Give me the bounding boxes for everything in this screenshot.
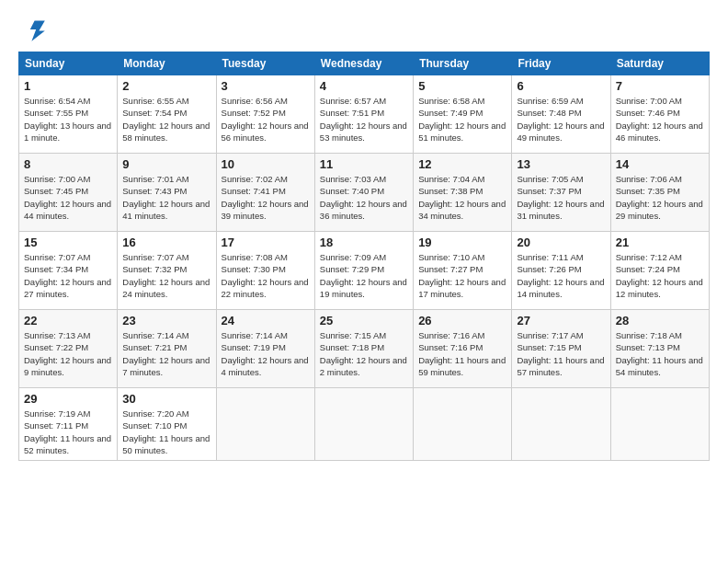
calendar-cell: 21Sunrise: 7:12 AMSunset: 7:24 PMDayligh… — [610, 232, 709, 310]
day-info: Sunrise: 7:19 AMSunset: 7:11 PMDaylight:… — [24, 408, 112, 456]
calendar-cell: 6Sunrise: 6:59 AMSunset: 7:48 PMDaylight… — [512, 75, 610, 154]
calendar-cell: 19Sunrise: 7:10 AMSunset: 7:27 PMDayligh… — [414, 232, 512, 310]
day-info: Sunrise: 7:17 AMSunset: 7:15 PMDaylight:… — [517, 329, 605, 378]
week-row-5: 29Sunrise: 7:19 AMSunset: 7:11 PMDayligh… — [19, 388, 710, 461]
calendar-header-row: SundayMondayTuesdayWednesdayThursdayFrid… — [19, 52, 710, 75]
day-number: 29 — [24, 392, 112, 406]
day-info: Sunrise: 7:13 AMSunset: 7:22 PMDaylight:… — [24, 329, 112, 378]
calendar-cell: 4Sunrise: 6:57 AMSunset: 7:51 PMDaylight… — [314, 75, 413, 154]
calendar-cell — [512, 388, 610, 461]
day-info: Sunrise: 7:16 AMSunset: 7:16 PMDaylight:… — [418, 329, 506, 378]
calendar-cell: 9Sunrise: 7:01 AMSunset: 7:43 PMDaylight… — [118, 154, 216, 232]
day-number: 14 — [616, 157, 704, 171]
day-number: 9 — [122, 157, 210, 171]
day-info: Sunrise: 7:18 AMSunset: 7:13 PMDaylight:… — [616, 329, 704, 378]
calendar-cell — [414, 388, 512, 461]
day-header-saturday: Saturday — [610, 52, 709, 75]
day-header-sunday: Sunday — [19, 52, 118, 75]
day-info: Sunrise: 6:57 AMSunset: 7:51 PMDaylight:… — [320, 95, 408, 144]
calendar-cell — [216, 388, 314, 461]
calendar-cell: 5Sunrise: 6:58 AMSunset: 7:49 PMDaylight… — [414, 75, 512, 154]
header — [18, 15, 710, 44]
calendar-cell: 27Sunrise: 7:17 AMSunset: 7:15 PMDayligh… — [512, 310, 610, 388]
calendar-cell: 30Sunrise: 7:20 AMSunset: 7:10 PMDayligh… — [118, 388, 216, 461]
calendar-cell: 1Sunrise: 6:54 AMSunset: 7:55 PMDaylight… — [19, 75, 118, 154]
calendar-cell: 26Sunrise: 7:16 AMSunset: 7:16 PMDayligh… — [414, 310, 512, 388]
day-info: Sunrise: 7:09 AMSunset: 7:29 PMDaylight:… — [320, 251, 408, 300]
day-number: 8 — [24, 157, 112, 171]
calendar-cell: 8Sunrise: 7:00 AMSunset: 7:45 PMDaylight… — [19, 154, 118, 232]
calendar-cell: 14Sunrise: 7:06 AMSunset: 7:35 PMDayligh… — [610, 154, 709, 232]
day-info: Sunrise: 7:11 AMSunset: 7:26 PMDaylight:… — [517, 251, 605, 300]
day-header-tuesday: Tuesday — [216, 52, 314, 75]
day-info: Sunrise: 7:06 AMSunset: 7:35 PMDaylight:… — [616, 173, 704, 222]
day-info: Sunrise: 7:05 AMSunset: 7:37 PMDaylight:… — [517, 173, 605, 222]
day-number: 25 — [320, 314, 408, 327]
week-row-1: 1Sunrise: 6:54 AMSunset: 7:55 PMDaylight… — [19, 75, 710, 154]
day-number: 28 — [616, 314, 704, 327]
logo — [18, 15, 51, 44]
day-number: 30 — [122, 392, 210, 406]
week-row-4: 22Sunrise: 7:13 AMSunset: 7:22 PMDayligh… — [19, 310, 710, 388]
day-info: Sunrise: 7:00 AMSunset: 7:46 PMDaylight:… — [616, 95, 704, 144]
calendar-table: SundayMondayTuesdayWednesdayThursdayFrid… — [18, 52, 710, 461]
calendar-cell: 24Sunrise: 7:14 AMSunset: 7:19 PMDayligh… — [216, 310, 314, 388]
calendar-cell: 3Sunrise: 6:56 AMSunset: 7:52 PMDaylight… — [216, 75, 314, 154]
day-info: Sunrise: 7:15 AMSunset: 7:18 PMDaylight:… — [320, 329, 408, 378]
day-number: 15 — [24, 236, 112, 249]
day-number: 23 — [122, 314, 210, 327]
day-number: 27 — [517, 314, 605, 327]
calendar-cell: 18Sunrise: 7:09 AMSunset: 7:29 PMDayligh… — [314, 232, 413, 310]
day-header-wednesday: Wednesday — [314, 52, 413, 75]
day-number: 11 — [320, 157, 408, 171]
day-info: Sunrise: 7:07 AMSunset: 7:34 PMDaylight:… — [24, 251, 112, 300]
day-info: Sunrise: 7:03 AMSunset: 7:40 PMDaylight:… — [320, 173, 408, 222]
calendar-cell: 20Sunrise: 7:11 AMSunset: 7:26 PMDayligh… — [512, 232, 610, 310]
calendar-cell — [610, 388, 709, 461]
day-number: 22 — [24, 314, 112, 327]
calendar-cell: 23Sunrise: 7:14 AMSunset: 7:21 PMDayligh… — [118, 310, 216, 388]
calendar-cell: 7Sunrise: 7:00 AMSunset: 7:46 PMDaylight… — [610, 75, 709, 154]
day-info: Sunrise: 7:04 AMSunset: 7:38 PMDaylight:… — [418, 173, 506, 222]
day-number: 16 — [122, 236, 210, 249]
day-info: Sunrise: 7:14 AMSunset: 7:21 PMDaylight:… — [122, 329, 210, 378]
day-number: 12 — [418, 157, 506, 171]
page-container: SundayMondayTuesdayWednesdayThursdayFrid… — [0, 0, 728, 470]
calendar-cell: 10Sunrise: 7:02 AMSunset: 7:41 PMDayligh… — [216, 154, 314, 232]
day-number: 6 — [517, 79, 605, 93]
day-info: Sunrise: 7:14 AMSunset: 7:19 PMDaylight:… — [222, 329, 310, 378]
calendar-cell: 15Sunrise: 7:07 AMSunset: 7:34 PMDayligh… — [19, 232, 118, 310]
svg-marker-0 — [30, 20, 45, 40]
calendar-cell: 28Sunrise: 7:18 AMSunset: 7:13 PMDayligh… — [610, 310, 709, 388]
day-info: Sunrise: 7:02 AMSunset: 7:41 PMDaylight:… — [222, 173, 310, 222]
calendar-cell: 25Sunrise: 7:15 AMSunset: 7:18 PMDayligh… — [314, 310, 413, 388]
day-number: 2 — [122, 79, 210, 93]
calendar-cell: 13Sunrise: 7:05 AMSunset: 7:37 PMDayligh… — [512, 154, 610, 232]
day-info: Sunrise: 7:01 AMSunset: 7:43 PMDaylight:… — [122, 173, 210, 222]
day-header-friday: Friday — [512, 52, 610, 75]
day-number: 26 — [418, 314, 506, 327]
day-number: 21 — [616, 236, 704, 249]
day-number: 20 — [517, 236, 605, 249]
day-number: 10 — [222, 157, 310, 171]
day-info: Sunrise: 6:56 AMSunset: 7:52 PMDaylight:… — [222, 95, 310, 144]
day-number: 18 — [320, 236, 408, 249]
day-header-thursday: Thursday — [414, 52, 512, 75]
week-row-3: 15Sunrise: 7:07 AMSunset: 7:34 PMDayligh… — [19, 232, 710, 310]
calendar-cell: 16Sunrise: 7:07 AMSunset: 7:32 PMDayligh… — [118, 232, 216, 310]
day-info: Sunrise: 7:10 AMSunset: 7:27 PMDaylight:… — [418, 251, 506, 300]
day-number: 13 — [517, 157, 605, 171]
calendar-cell: 22Sunrise: 7:13 AMSunset: 7:22 PMDayligh… — [19, 310, 118, 388]
calendar-cell: 17Sunrise: 7:08 AMSunset: 7:30 PMDayligh… — [216, 232, 314, 310]
day-info: Sunrise: 7:07 AMSunset: 7:32 PMDaylight:… — [122, 251, 210, 300]
day-number: 3 — [222, 79, 310, 93]
day-number: 5 — [418, 79, 506, 93]
day-number: 17 — [222, 236, 310, 249]
day-info: Sunrise: 6:59 AMSunset: 7:48 PMDaylight:… — [517, 95, 605, 144]
day-info: Sunrise: 6:54 AMSunset: 7:55 PMDaylight:… — [24, 95, 112, 144]
calendar-cell: 29Sunrise: 7:19 AMSunset: 7:11 PMDayligh… — [19, 388, 118, 461]
day-number: 1 — [24, 79, 112, 93]
day-info: Sunrise: 7:08 AMSunset: 7:30 PMDaylight:… — [222, 251, 310, 300]
day-number: 4 — [320, 79, 408, 93]
calendar-cell — [314, 388, 413, 461]
